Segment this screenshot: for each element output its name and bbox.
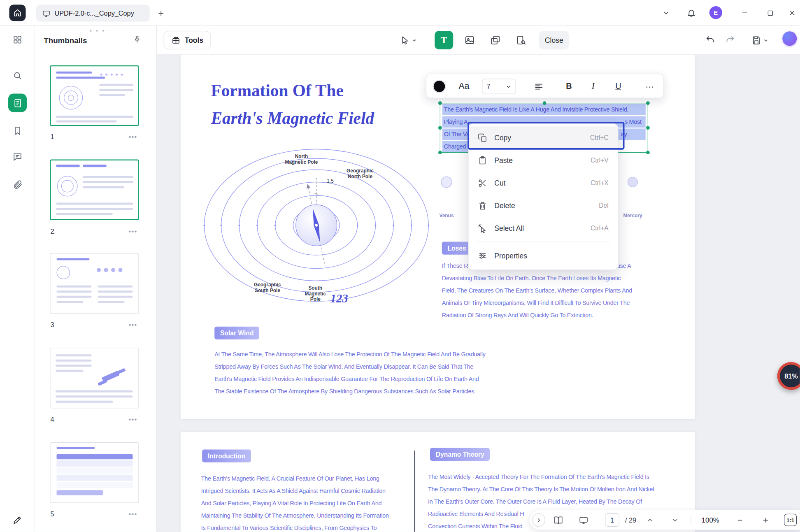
collapse-toolbar-button[interactable] — [660, 7, 672, 19]
menu-item-delete[interactable]: Delete Del — [469, 195, 618, 217]
tools-label: Tools — [185, 36, 203, 44]
page-number-input[interactable]: 1 — [605, 513, 619, 527]
image-icon — [465, 35, 475, 45]
resize-handle[interactable] — [646, 101, 650, 105]
sliders-icon — [478, 251, 487, 260]
apps-grid-icon[interactable] — [12, 33, 24, 46]
align-button[interactable] — [529, 74, 548, 99]
home-button[interactable] — [9, 5, 26, 21]
close-edit-button[interactable]: Close — [539, 31, 569, 49]
italic-button[interactable]: I — [584, 74, 602, 99]
doc-title-line1: Formation Of The — [211, 81, 344, 100]
ocr-tool[interactable] — [512, 31, 530, 49]
resize-handle[interactable] — [646, 126, 650, 130]
resize-handle[interactable] — [646, 151, 650, 154]
font-size-select[interactable]: 7 — [482, 79, 516, 94]
context-menu: Copy Ctrl+C Paste Ctrl+V Cut Ctrl+X Dele… — [468, 123, 619, 270]
page-thumbnail-4[interactable] — [50, 348, 139, 409]
menu-item-select-all[interactable]: Select All Ctrl+A — [469, 217, 618, 240]
text-tool-icon: T — [441, 35, 447, 46]
menu-item-copy[interactable]: Copy Ctrl+C — [469, 127, 618, 149]
chevron-right-icon — [535, 517, 542, 523]
expand-bar-button[interactable] — [532, 513, 546, 527]
page-total-label: / 29 — [621, 510, 640, 530]
zoom-out-button[interactable] — [732, 510, 748, 530]
close-window-button[interactable] — [786, 7, 798, 19]
actual-size-button[interactable]: 1:1 — [784, 514, 797, 526]
undo-button[interactable] — [703, 31, 718, 49]
document-canvas[interactable]: Formation Of The Earth's Magnetic Field — [157, 55, 800, 532]
thumbnail-more-button[interactable]: ••• — [129, 416, 137, 423]
select-tool[interactable] — [395, 31, 422, 49]
font-style-button[interactable]: Aa — [455, 74, 473, 99]
tools-button[interactable]: Tools — [164, 31, 211, 49]
page-thumbnail-1[interactable] — [50, 65, 139, 126]
menu-item-cut[interactable]: Cut Ctrl+X — [469, 172, 618, 195]
resize-handle[interactable] — [438, 151, 442, 154]
search-icon[interactable] — [12, 70, 24, 82]
thumbnail-more-button[interactable]: ••• — [129, 228, 137, 235]
thumbnails-panel-button[interactable] — [8, 94, 27, 112]
page-thumbnail-5[interactable] — [50, 442, 139, 503]
titlebar: UPDF-2.0-c..._Copy_Copy E — [0, 0, 800, 26]
pages-icon — [13, 98, 23, 108]
thumbnail-more-button[interactable]: ••• — [129, 510, 137, 518]
organize-pages-tool[interactable] — [486, 31, 505, 49]
user-avatar[interactable]: E — [709, 6, 722, 19]
save-button[interactable] — [749, 31, 771, 49]
thumbnail-more-button[interactable]: ••• — [129, 321, 137, 329]
new-tab-button[interactable] — [156, 8, 166, 19]
resize-handle[interactable] — [438, 126, 442, 130]
edit-image-tool[interactable] — [460, 31, 479, 49]
attachment-icon[interactable] — [12, 179, 24, 191]
trash-icon — [478, 201, 487, 211]
chevron-down-icon — [763, 37, 768, 43]
panel-drag-handle[interactable]: • • • — [90, 27, 106, 35]
thumbnail-more-button[interactable]: ••• — [129, 133, 137, 141]
close-icon — [788, 9, 796, 17]
doc-title-line2: Earth's Magnetic Field — [211, 109, 374, 128]
zoom-in-button[interactable] — [758, 510, 773, 530]
chevron-down-icon — [506, 84, 512, 89]
document-tab[interactable]: UPDF-2.0-c..._Copy_Copy — [36, 5, 150, 21]
more-format-button[interactable]: ⋯ — [640, 74, 659, 99]
presentation-mode-button[interactable] — [576, 510, 591, 530]
book-icon — [553, 515, 563, 525]
diagram-number: 123 — [330, 292, 348, 306]
bookmark-icon[interactable] — [12, 125, 24, 137]
font-color-swatch[interactable] — [433, 80, 446, 93]
thumbnails-title: Thumbnails — [44, 36, 87, 45]
menu-item-properties[interactable]: Properties — [469, 244, 618, 267]
bold-button[interactable]: B — [560, 74, 578, 99]
minimize-button[interactable] — [739, 7, 751, 19]
dynamo-theory-badge: Dynamo Theory — [430, 448, 490, 461]
resize-handle[interactable] — [543, 101, 547, 105]
planet-venus-graphic — [441, 177, 452, 188]
zoom-level-label[interactable]: 100% — [699, 510, 723, 530]
battery-progress-badge[interactable]: 81% — [777, 362, 800, 390]
resize-handle[interactable] — [438, 101, 442, 105]
page-thumbnail-2[interactable] — [50, 160, 139, 221]
page-number-label: 3 — [51, 321, 54, 329]
maximize-button[interactable] — [764, 7, 776, 19]
page-navigation-bar: 1 / 29 100% 1:1 — [530, 510, 800, 530]
minimize-icon — [741, 9, 749, 17]
previous-page-button[interactable] — [642, 510, 658, 530]
notifications-button[interactable] — [685, 7, 698, 19]
updf-ai-button[interactable] — [782, 31, 797, 46]
planet-mercury-graphic — [628, 177, 638, 187]
page-thumbnail-3[interactable] — [50, 253, 139, 314]
comment-icon[interactable] — [12, 151, 24, 163]
select-all-icon — [478, 224, 487, 233]
pin-icon[interactable] — [133, 35, 142, 44]
edit-text-tool[interactable]: T — [435, 31, 453, 49]
redo-button[interactable] — [723, 31, 737, 49]
page-number-label: 2 — [51, 228, 54, 235]
next-page-button[interactable] — [667, 510, 683, 530]
signature-icon[interactable] — [12, 514, 24, 526]
menu-item-paste[interactable]: Paste Ctrl+V — [469, 149, 618, 172]
underline-button[interactable]: U — [609, 74, 628, 99]
solar-wind-badge: Solar Wind — [214, 327, 259, 339]
toolbox-icon — [171, 35, 181, 45]
reading-mode-button[interactable] — [551, 510, 566, 530]
